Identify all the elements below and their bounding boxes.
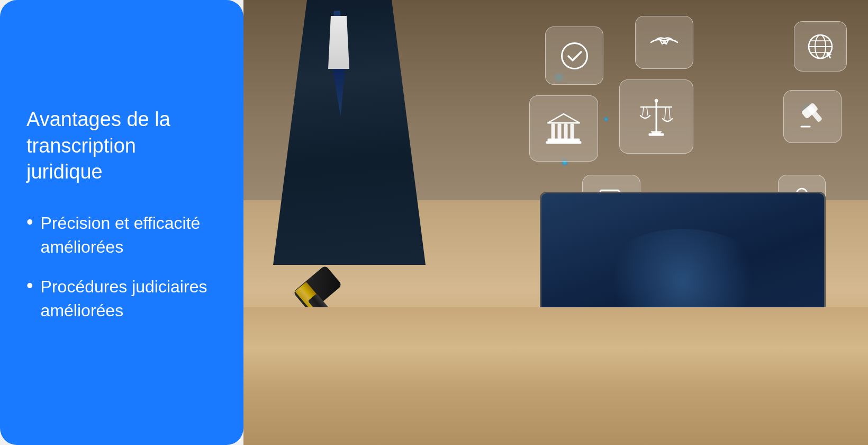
globe-icon bbox=[807, 33, 834, 60]
justice-scales-icon bbox=[635, 95, 677, 138]
desk-surface bbox=[243, 307, 868, 445]
globe-icon-card bbox=[794, 21, 847, 72]
benefit-procedures: Procédures judiciaires améliorées bbox=[41, 275, 217, 323]
list-item: • Procédures judiciaires améliorées bbox=[26, 275, 217, 323]
handshake-icon-card bbox=[635, 16, 693, 69]
left-panel: Avantages de la transcription juridique … bbox=[0, 0, 243, 445]
svg-line-20 bbox=[647, 107, 648, 115]
handshake-icon bbox=[648, 29, 680, 56]
benefits-list: • Précision et efficacité améliorées • P… bbox=[26, 211, 217, 338]
svg-line-19 bbox=[643, 107, 644, 115]
suit-jacket bbox=[265, 0, 434, 265]
svg-rect-23 bbox=[649, 134, 664, 136]
list-item: • Précision et efficacité améliorées bbox=[26, 211, 217, 259]
bullet-dot-2: • bbox=[26, 276, 33, 295]
gavel-small-icon bbox=[797, 102, 828, 131]
svg-point-1 bbox=[663, 40, 666, 43]
svg-point-18 bbox=[655, 99, 658, 102]
bullet-dot-1: • bbox=[26, 212, 33, 232]
scales-icon-card bbox=[619, 79, 693, 154]
right-panel: LAW bbox=[243, 0, 868, 445]
benefit-precision: Précision et efficacité améliorées bbox=[41, 211, 217, 259]
svg-line-21 bbox=[665, 107, 666, 119]
gavel-icon-card bbox=[783, 90, 842, 143]
svg-line-22 bbox=[669, 107, 670, 119]
main-title: Avantages de la transcription juridique bbox=[26, 106, 217, 185]
